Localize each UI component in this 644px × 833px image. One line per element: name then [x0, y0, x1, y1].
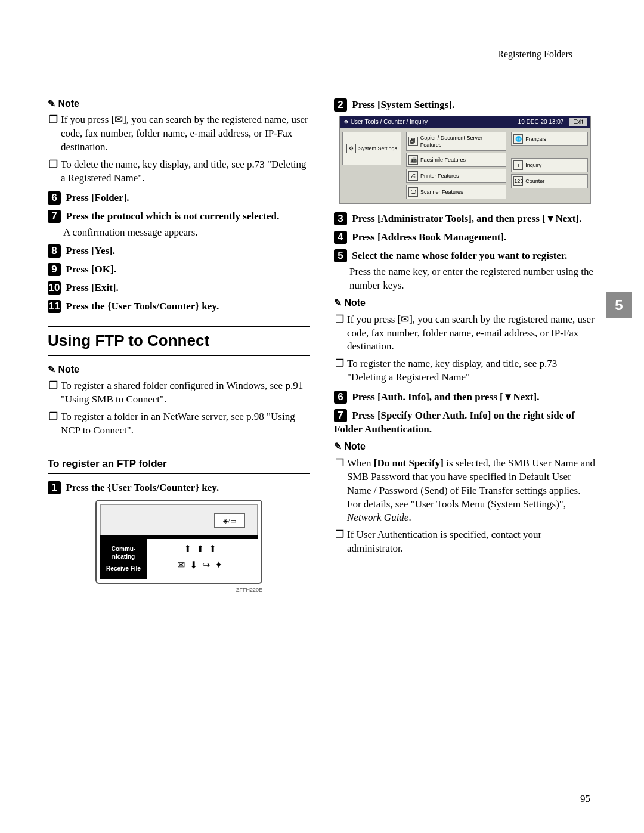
step-10: 10 Press [Exit].	[48, 281, 310, 295]
step-text: Select the name whose folder you want to…	[352, 250, 567, 261]
note-item: To register a shared folder configured i…	[61, 379, 310, 407]
note-item: To delete the name, key display, and tit…	[61, 158, 310, 185]
page-number: 95	[580, 792, 590, 806]
panel-icon-row-2: ✉⬇↪✦	[150, 559, 254, 572]
copier-icon: 🗐	[408, 137, 418, 146]
step-text: Press [System Settings].	[352, 99, 454, 110]
step-1: 1 Press the {User Tools/Counter} key.	[48, 481, 310, 495]
step-7: 7 Press [Specify Other Auth. Info] on th…	[334, 409, 596, 436]
ui-timestamp: 19 DEC 20 13:07	[518, 118, 564, 126]
step-number: 11	[48, 300, 61, 313]
step-6: 6 Press [Auth. Info], and then press [▼N…	[334, 391, 596, 404]
globe-icon: 🌐	[513, 134, 523, 144]
step-subtext: Press the name key, or enter the registe…	[349, 265, 596, 293]
step-number: 2	[334, 98, 347, 112]
note-list-r1: If you press [✉], you can search by the …	[334, 313, 596, 385]
note-heading: Note	[334, 440, 596, 453]
note-item: If you press [✉], you can search by the …	[61, 113, 310, 154]
step-text: Press [Specify Other Auth. Info] on the …	[334, 410, 575, 435]
counter-icon: 123	[513, 176, 523, 186]
section-heading: Using FTP to Connect	[48, 326, 310, 355]
right-column: 2 Press [System Settings]. ❖ User Tools …	[334, 94, 596, 598]
system-settings-button[interactable]: ⚙ System Settings	[342, 132, 401, 165]
system-settings-screenshot: ❖ User Tools / Counter / Inquiry 19 DEC …	[339, 116, 591, 205]
note-list-r2: When [Do not Specify] is selected, the S…	[334, 457, 596, 556]
step-subtext: A confirmation message appears.	[63, 226, 310, 240]
step-11: 11 Press the {User Tools/Counter} key.	[48, 300, 310, 314]
step-6: 6 Press [Folder].	[48, 191, 310, 205]
panel-label-receive-file: Receive File	[103, 565, 144, 573]
ui-exit-button[interactable]: Exit	[569, 118, 587, 126]
step-number: 7	[48, 210, 61, 223]
inquiry-button[interactable]: iInquiry	[511, 158, 588, 172]
fax-features-button[interactable]: 📠Facsimile Features	[406, 153, 506, 167]
step-number: 9	[48, 263, 61, 276]
chapter-tab: 5	[606, 292, 632, 318]
language-button[interactable]: 🌐Français	[511, 132, 588, 146]
panel-label-communicating: Commu- nicating	[103, 545, 144, 561]
note-heading: Note	[48, 363, 310, 376]
step-number: 6	[48, 191, 61, 205]
step-text: Press [Auth. Info], and then press [▼Nex…	[352, 391, 539, 402]
pencil-icon	[48, 364, 55, 374]
step-text: Press [Folder].	[66, 192, 129, 203]
user-tools-key-icon: ◈/▭	[214, 513, 245, 528]
step-text: Press [Administrator Tools], and then pr…	[352, 213, 581, 224]
printer-icon: 🖨	[408, 171, 418, 181]
subsection-heading: To register an FTP folder	[48, 457, 310, 474]
step-number: 6	[334, 391, 347, 404]
step-text: Press the {User Tools/Counter} key.	[66, 301, 219, 312]
step-number: 8	[48, 244, 61, 258]
info-icon: i	[513, 160, 523, 170]
step-text: Press the protocol which is not currentl…	[66, 210, 279, 222]
control-panel-figure: ◈/▭ Commu- nicating Receive File ⬆⬆⬆ ✉⬇↪…	[48, 500, 310, 593]
panel-icon-row-1: ⬆⬆⬆	[150, 543, 254, 556]
gear-icon: ⚙	[346, 144, 356, 153]
step-2: 2 Press [System Settings].	[334, 98, 596, 112]
step-3: 3 Press [Administrator Tools], and then …	[334, 212, 596, 226]
step-number: 1	[48, 481, 61, 494]
copier-features-button[interactable]: 🗐Copier / Document Server Features	[406, 132, 506, 151]
note-item: To register a folder in an NetWare serve…	[61, 410, 310, 438]
counter-button[interactable]: 123Counter	[511, 174, 588, 188]
left-column: Note If you press [✉], you can search by…	[48, 94, 310, 598]
ui-title: ❖ User Tools / Counter / Inquiry	[343, 118, 428, 126]
note-list-1: If you press [✉], you can search by the …	[48, 113, 310, 185]
note-heading: Note	[48, 97, 310, 110]
step-text: Press the {User Tools/Counter} key.	[66, 482, 219, 493]
step-number: 3	[334, 212, 347, 225]
note-item: When [Do not Specify] is selected, the S…	[347, 457, 596, 525]
step-5: 5 Select the name whose folder you want …	[334, 249, 596, 293]
step-4: 4 Press [Address Book Management].	[334, 231, 596, 244]
scanner-features-button[interactable]: 🖵Scanner Features	[406, 185, 506, 199]
step-text: Press [Yes].	[66, 245, 115, 256]
step-number: 7	[334, 409, 347, 422]
pencil-icon	[48, 98, 55, 109]
figure-code: ZFFH220E	[95, 586, 262, 593]
step-text: Press [Exit].	[66, 282, 118, 293]
note-item: To register the name, key display, and t…	[347, 357, 596, 385]
divider	[48, 445, 310, 445]
pencil-icon	[334, 298, 342, 308]
printer-features-button[interactable]: 🖨Printer Features	[406, 169, 506, 183]
note-heading: Note	[334, 296, 596, 309]
step-number: 5	[334, 249, 347, 262]
note-item: If User Authentication is specified, con…	[347, 528, 596, 556]
step-text: Press [OK].	[66, 264, 116, 275]
running-header: Registering Folders	[48, 48, 596, 61]
fax-icon: 📠	[408, 155, 418, 165]
step-number: 10	[48, 281, 61, 295]
note-item: If you press [✉], you can search by the …	[347, 313, 596, 354]
pencil-icon	[334, 441, 342, 451]
step-8: 8 Press [Yes].	[48, 244, 310, 258]
scanner-icon: 🖵	[408, 187, 418, 197]
step-9: 9 Press [OK].	[48, 263, 310, 277]
step-text: Press [Address Book Management].	[352, 231, 506, 243]
step-number: 4	[334, 231, 347, 244]
note-list-2: To register a shared folder configured i…	[48, 379, 310, 438]
step-7: 7 Press the protocol which is not curren…	[48, 210, 310, 240]
